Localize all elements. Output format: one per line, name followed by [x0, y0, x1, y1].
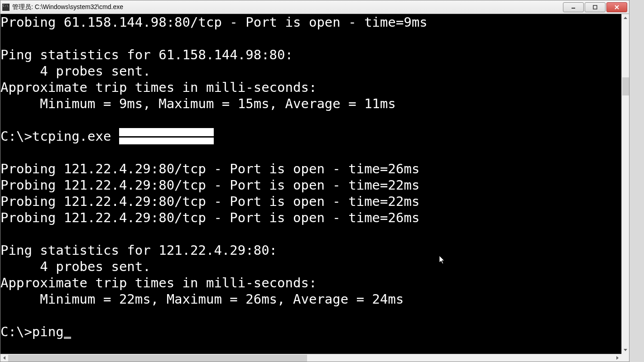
terminal-line: C:\>ping	[0, 324, 621, 340]
window-controls	[562, 2, 627, 12]
horizontal-scroll-thumb[interactable]	[8, 355, 307, 362]
terminal-line: Probing 121.22.4.29:80/tcp - Port is ope…	[0, 161, 621, 177]
terminal-line	[0, 144, 621, 161]
terminal-line: Minimum = 9ms, Maximum = 15ms, Average =…	[0, 95, 621, 112]
maximize-icon	[593, 5, 597, 10]
redacted-text: www.sina.com	[119, 128, 214, 144]
terminal-line	[0, 30, 621, 47]
text-cursor	[64, 337, 71, 339]
scroll-left-button[interactable]	[0, 354, 8, 362]
terminal-line: Minimum = 22ms, Maximum = 26ms, Average …	[0, 291, 621, 307]
terminal-line: 4 probes sent.	[0, 63, 621, 79]
vertical-scrollbar[interactable]	[621, 14, 629, 354]
svg-marker-5	[624, 349, 627, 351]
svg-marker-4	[624, 17, 627, 19]
terminal-line: Approximate trip times in milli-seconds:	[0, 275, 621, 291]
horizontal-scroll-track[interactable]	[8, 354, 614, 362]
window-title: 管理员: C:\Windows\system32\cmd.exe	[12, 3, 123, 11]
cmd-icon	[2, 4, 10, 11]
terminal-line: Probing 121.22.4.29:80/tcp - Port is ope…	[0, 177, 621, 193]
terminal-line	[0, 307, 621, 324]
terminal-line: Probing 121.22.4.29:80/tcp - Port is ope…	[0, 210, 621, 226]
titlebar[interactable]: 管理员: C:\Windows\system32\cmd.exe	[0, 0, 629, 14]
close-icon	[615, 5, 619, 10]
horizontal-scrollbar[interactable]	[0, 354, 621, 362]
minimize-button[interactable]	[563, 2, 584, 12]
scroll-down-button[interactable]	[622, 346, 629, 354]
terminal-output[interactable]: Probing 61.158.144.98:80/tcp - Port is o…	[0, 14, 621, 354]
terminal-line	[0, 112, 621, 128]
bottom-scrollbar-row	[0, 354, 629, 362]
terminal-line: Probing 61.158.144.98:80/tcp - Port is o…	[0, 14, 621, 30]
scrollbar-corner	[621, 354, 629, 362]
scroll-up-button[interactable]	[622, 14, 629, 22]
terminal-line	[0, 226, 621, 242]
chevron-up-icon	[624, 17, 627, 19]
terminal-line: Approximate trip times in milli-seconds:	[0, 79, 621, 95]
svg-marker-6	[3, 356, 5, 360]
terminal-line: Ping statistics for 61.158.144.98:80:	[0, 47, 621, 63]
chevron-right-icon	[616, 356, 619, 360]
svg-rect-0	[572, 8, 575, 9]
maximize-button[interactable]	[585, 2, 606, 12]
command-prompt-window: 管理员: C:\Windows\system32\cmd.exe Probing…	[0, 0, 630, 362]
minimize-icon	[571, 5, 576, 10]
terminal-line: Ping statistics for 121.22.4.29:80:	[0, 242, 621, 258]
terminal-line: Probing 121.22.4.29:80/tcp - Port is ope…	[0, 193, 621, 210]
terminal-line: 4 probes sent.	[0, 258, 621, 275]
chevron-down-icon	[624, 349, 627, 351]
svg-marker-7	[616, 356, 619, 360]
close-button[interactable]	[606, 2, 627, 12]
terminal-line: C:\>tcping.exe www.sina.com	[0, 128, 621, 144]
chevron-left-icon	[3, 356, 5, 360]
scroll-right-button[interactable]	[614, 354, 621, 362]
vertical-scroll-thumb[interactable]	[622, 77, 629, 95]
terminal-area: Probing 61.158.144.98:80/tcp - Port is o…	[0, 14, 629, 354]
svg-rect-1	[593, 5, 597, 9]
